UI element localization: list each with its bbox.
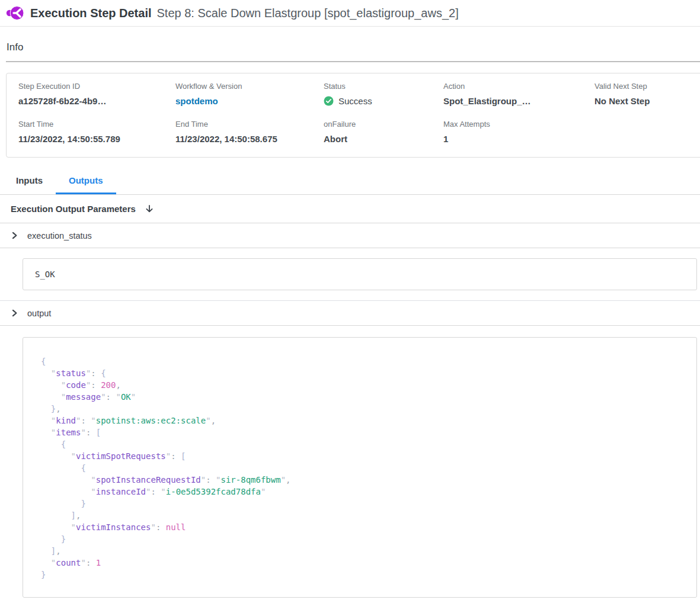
status-badge: Success bbox=[324, 96, 443, 106]
tab-outputs[interactable]: Outputs bbox=[56, 167, 116, 194]
field-label: Start Time bbox=[18, 120, 175, 129]
action-value: Spot_Elastigroup_… bbox=[443, 96, 594, 106]
workflow-brand-icon bbox=[6, 4, 24, 22]
info-section-title: Info bbox=[7, 41, 700, 53]
valid-next-step-value: No Next Step bbox=[594, 96, 700, 106]
tab-inputs[interactable]: Inputs bbox=[3, 167, 56, 194]
field-valid-next-step: Valid Next Step No Next Step bbox=[594, 82, 700, 107]
download-arrow-icon[interactable] bbox=[145, 204, 154, 214]
field-action: Action Spot_Elastigroup_… bbox=[443, 82, 594, 107]
info-card: Step Execution ID a125728f-6b22-4b9… Wor… bbox=[6, 73, 700, 158]
section-name: execution_status bbox=[27, 231, 92, 240]
app-header: Execution Step Detail Step 8: Scale Down… bbox=[0, 0, 700, 27]
page-title: Execution Step Detail bbox=[30, 7, 152, 20]
field-onfailure: onFailure Abort bbox=[324, 120, 443, 144]
success-check-icon bbox=[324, 96, 334, 106]
section-name: output bbox=[27, 309, 51, 318]
field-label: End Time bbox=[175, 120, 324, 129]
field-label: Action bbox=[443, 82, 594, 91]
json-code-box: { "status": { "code": 200, "message": "O… bbox=[23, 337, 697, 598]
chevron-right-icon[interactable] bbox=[11, 309, 18, 317]
step-execution-id-value: a125728f-6b22-4b9… bbox=[18, 96, 175, 106]
output-content: { "status": { "code": 200, "message": "O… bbox=[0, 337, 700, 598]
start-time-value: 11/23/2022, 14:50:55.789 bbox=[18, 134, 175, 144]
status-text: Success bbox=[338, 96, 372, 106]
execution-output-parameters-header: Execution Output Parameters bbox=[0, 195, 700, 223]
title-group: Execution Step Detail Step 8: Scale Down… bbox=[30, 7, 459, 20]
max-attempts-value: 1 bbox=[443, 134, 594, 144]
json-viewer: { "status": { "code": 200, "message": "O… bbox=[41, 355, 685, 580]
info-divider bbox=[6, 61, 700, 62]
field-label: Max Attempts bbox=[443, 120, 594, 129]
chevron-right-icon[interactable] bbox=[11, 232, 18, 239]
field-end-time: End Time 11/23/2022, 14:50:58.675 bbox=[175, 120, 324, 144]
field-label: Status bbox=[324, 82, 443, 91]
page-subtitle: Step 8: Scale Down Elastgroup [spot_elas… bbox=[157, 7, 459, 20]
field-max-attempts: Max Attempts 1 bbox=[443, 120, 594, 144]
workflow-link[interactable]: spotdemo bbox=[175, 96, 218, 106]
section-row-output[interactable]: output bbox=[0, 301, 700, 326]
tab-bar: Inputs Outputs bbox=[0, 167, 700, 195]
field-label: Workflow & Version bbox=[175, 82, 324, 91]
field-step-execution-id: Step Execution ID a125728f-6b22-4b9… bbox=[18, 82, 175, 107]
onfailure-value: Abort bbox=[324, 134, 443, 144]
execution-status-value: S_OK bbox=[23, 258, 697, 290]
info-grid: Step Execution ID a125728f-6b22-4b9… Wor… bbox=[18, 82, 700, 144]
execution-output-parameters-title: Execution Output Parameters bbox=[11, 204, 136, 214]
field-workflow-version: Workflow & Version spotdemo bbox=[175, 82, 324, 107]
execution-status-content: S_OK bbox=[0, 258, 700, 301]
field-status: Status Success bbox=[324, 82, 443, 107]
field-start-time: Start Time 11/23/2022, 14:50:55.789 bbox=[18, 120, 175, 144]
field-label: onFailure bbox=[324, 120, 443, 129]
section-row-execution-status[interactable]: execution_status bbox=[0, 223, 700, 248]
field-label: Step Execution ID bbox=[18, 82, 175, 91]
field-label: Valid Next Step bbox=[594, 82, 700, 91]
end-time-value: 11/23/2022, 14:50:58.675 bbox=[175, 134, 324, 144]
